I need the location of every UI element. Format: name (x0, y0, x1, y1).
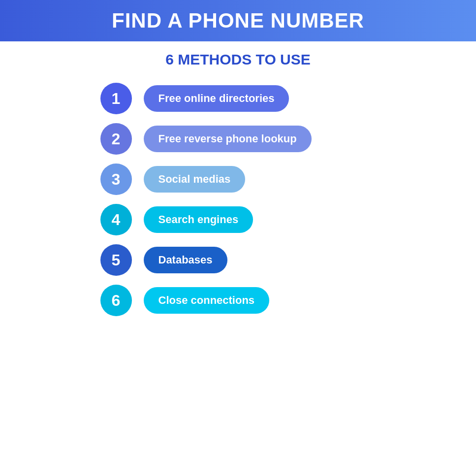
method-label-5: Databases (144, 247, 227, 273)
methods-list: 1Free online directories2Free reverse ph… (91, 83, 386, 316)
method-label-6: Close connections (144, 287, 270, 314)
method-label-3: Social medias (144, 166, 246, 193)
subtitle: 6 METHODS TO USE (165, 51, 311, 68)
method-label-2: Free reverse phone lookup (144, 126, 312, 152)
method-item-3: 3Social medias (100, 164, 376, 195)
method-label-4: Search engines (144, 206, 254, 233)
method-item-1: 1Free online directories (100, 83, 376, 114)
method-label-1: Free online directories (144, 85, 289, 112)
method-number-5: 5 (100, 244, 132, 276)
method-number-2: 2 (100, 123, 132, 155)
method-item-2: 2Free reverse phone lookup (100, 123, 376, 155)
method-item-5: 5Databases (100, 244, 376, 276)
method-number-4: 4 (100, 204, 132, 235)
method-item-6: 6Close connections (100, 285, 376, 316)
header-banner: FIND A PHONE NUMBER (0, 0, 476, 41)
method-number-1: 1 (100, 83, 132, 114)
main-title: FIND A PHONE NUMBER (20, 9, 456, 33)
method-item-4: 4Search engines (100, 204, 376, 235)
method-number-3: 3 (100, 164, 132, 195)
method-number-6: 6 (100, 285, 132, 316)
